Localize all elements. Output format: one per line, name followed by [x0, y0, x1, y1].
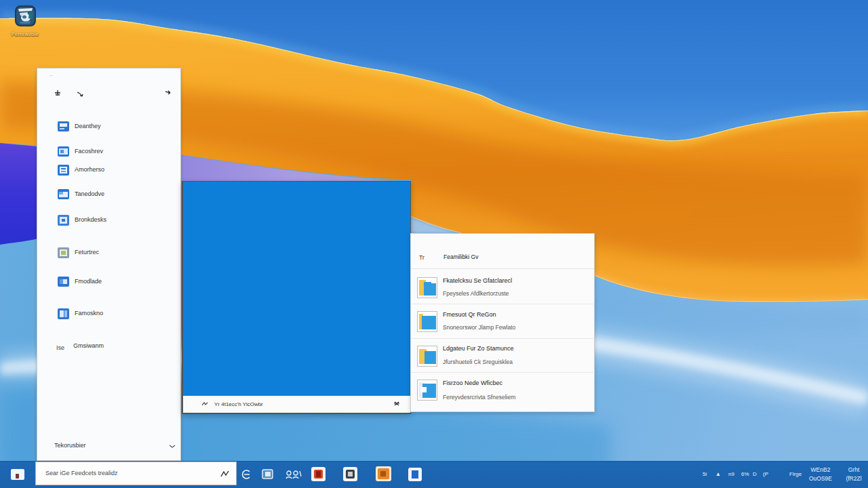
- svg-text:Yr 4t1ecc'h YicOwbr: Yr 4t1ecc'h YicOwbr: [214, 401, 263, 407]
- svg-text:Ise: Ise: [56, 344, 64, 351]
- svg-text:n9: n9: [728, 471, 734, 477]
- svg-text:D: D: [753, 471, 757, 477]
- svg-text:Flrge: Flrge: [789, 471, 802, 477]
- svg-text:▲: ▲: [715, 471, 721, 477]
- svg-text:5i: 5i: [703, 471, 707, 477]
- svg-text:6%: 6%: [741, 471, 749, 477]
- svg-text:(P: (P: [763, 471, 768, 477]
